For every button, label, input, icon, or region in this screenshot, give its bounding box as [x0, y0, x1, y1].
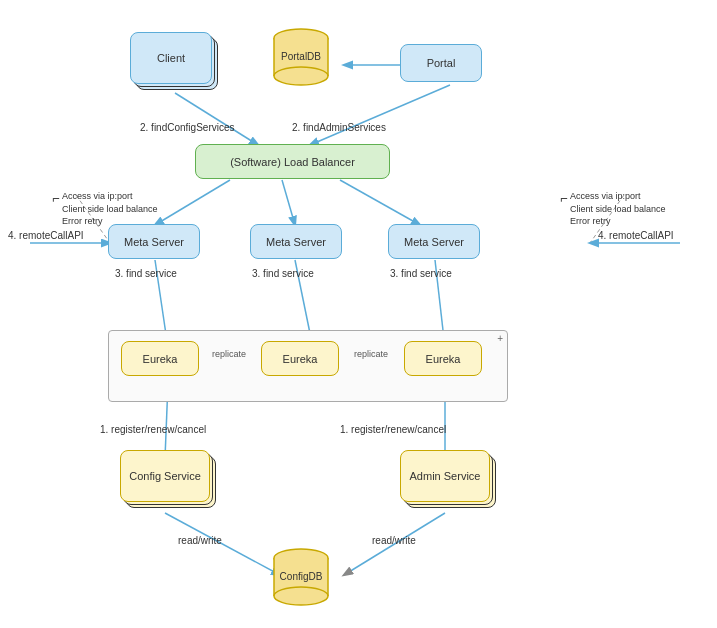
- eureka-container: + Eureka replicate Eureka replicate Eure…: [108, 330, 508, 402]
- configdb-node: ConfigDB: [272, 548, 330, 610]
- config-service-stack: Config Service: [120, 450, 210, 502]
- config-service-label: Config Service: [129, 470, 201, 482]
- eureka-1: Eureka: [121, 341, 199, 376]
- svg-point-31: [274, 587, 328, 605]
- remote-call-left-label: 4. remoteCallAPI: [8, 230, 84, 241]
- svg-line-3: [155, 180, 230, 225]
- find-config-services-label: 2. findConfigServices: [140, 122, 235, 133]
- eureka-3: Eureka: [404, 341, 482, 376]
- read-write-2-label: read/write: [372, 535, 416, 546]
- replicate-2-label: replicate: [341, 349, 401, 359]
- meta-server-1: Meta Server: [108, 224, 200, 259]
- client-label: Client: [157, 52, 185, 64]
- find-service-2-label: 3. find service: [252, 268, 314, 279]
- svg-line-5: [340, 180, 420, 225]
- svg-text:PortalDB: PortalDB: [281, 51, 321, 62]
- svg-line-2: [175, 93, 258, 145]
- svg-line-4: [282, 180, 295, 225]
- register-1-label: 1. register/renew/cancel: [100, 424, 206, 435]
- svg-line-15: [165, 513, 280, 575]
- svg-point-25: [274, 67, 328, 85]
- load-balancer-label: (Software) Load Balancer: [230, 156, 355, 168]
- replicate-1-label: replicate: [199, 349, 259, 359]
- svg-text:ConfigDB: ConfigDB: [280, 571, 323, 582]
- load-balancer-node: (Software) Load Balancer: [195, 144, 390, 179]
- register-2-label: 1. register/renew/cancel: [340, 424, 446, 435]
- expand-icon: +: [497, 333, 503, 344]
- remote-call-right-label: 4. remoteCallAPI: [598, 230, 674, 241]
- svg-line-16: [344, 513, 445, 575]
- find-admin-services-label: 2. findAdminServices: [292, 122, 386, 133]
- eureka-2: Eureka: [261, 341, 339, 376]
- portaldb-node: PortalDB: [272, 28, 330, 90]
- find-service-1-label: 3. find service: [115, 268, 177, 279]
- bracket-left: ⌐ Access via ip:port Client side load ba…: [62, 190, 158, 228]
- portal-label: Portal: [427, 57, 456, 69]
- read-write-1-label: read/write: [178, 535, 222, 546]
- find-service-3-label: 3. find service: [390, 268, 452, 279]
- client-stack: Client: [130, 32, 212, 84]
- architecture-diagram: Client PortalDB Portal 2. findConfigServ…: [0, 0, 717, 628]
- meta-server-2: Meta Server: [250, 224, 342, 259]
- portal-node: Portal: [400, 44, 482, 82]
- meta-server-3: Meta Server: [388, 224, 480, 259]
- bracket-right: ⌐ Access via ip:port Client side load ba…: [570, 190, 666, 228]
- svg-line-1: [310, 85, 450, 145]
- admin-service-stack: Admin Service: [400, 450, 490, 502]
- admin-service-label: Admin Service: [410, 470, 481, 482]
